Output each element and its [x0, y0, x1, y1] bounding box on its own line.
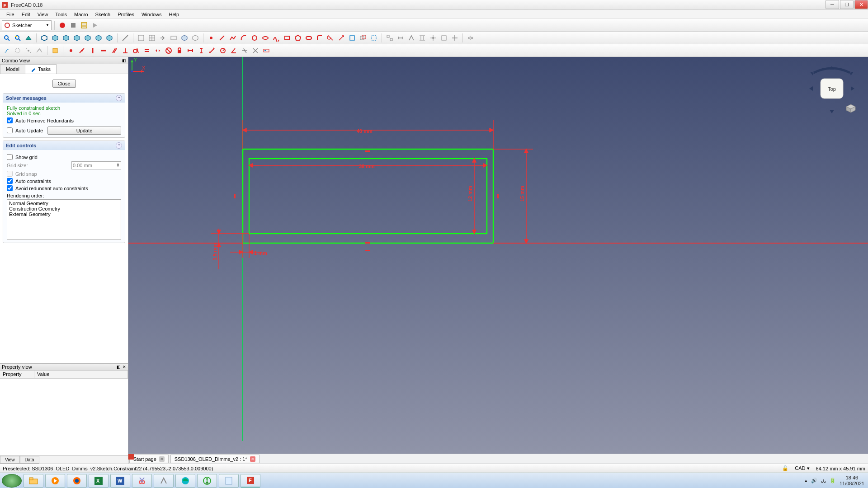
undock-icon[interactable]: ◧: [117, 365, 121, 369]
select-vert-axis-icon[interactable]: [439, 33, 449, 43]
prop-tab-view[interactable]: View: [0, 456, 20, 464]
list-item[interactable]: Normal Geometry: [9, 201, 119, 206]
constrain-hdist-icon[interactable]: [185, 46, 195, 56]
auto-update-checkbox[interactable]: [7, 127, 13, 133]
macro-record-icon[interactable]: [57, 20, 67, 30]
view-top-icon[interactable]: [61, 33, 71, 43]
constrain-horizontal-icon[interactable]: [99, 46, 108, 56]
dim-offset-h[interactable]: 1.5 mm: [212, 243, 217, 260]
fit-all-icon[interactable]: [2, 33, 12, 43]
collapse-icon[interactable]: ⌃: [116, 95, 122, 101]
bspline-comb-icon[interactable]: [34, 46, 44, 56]
constrain-parallel-icon[interactable]: [109, 46, 119, 56]
trim-tool-icon[interactable]: [326, 33, 335, 43]
circle-tool-icon[interactable]: [250, 33, 259, 43]
undock-icon[interactable]: ◧: [122, 58, 126, 63]
point-tool-icon[interactable]: [206, 33, 216, 43]
macro-play-icon[interactable]: [90, 20, 100, 30]
constrain-vdist-icon[interactable]: [196, 46, 206, 56]
polygon-tool-icon[interactable]: [293, 33, 303, 43]
constrain-radius-icon[interactable]: [218, 46, 228, 56]
word-icon[interactable]: W: [110, 474, 130, 488]
constrain-equal-icon[interactable]: [142, 46, 152, 56]
tray-network-icon[interactable]: 🖧: [821, 478, 826, 483]
draw-style-icon[interactable]: [24, 33, 33, 43]
auto-constraints-checkbox[interactable]: [7, 178, 13, 184]
nav-right-icon[interactable]: [851, 86, 854, 91]
menu-file[interactable]: File: [3, 11, 18, 18]
bspline-poles-icon[interactable]: [24, 46, 33, 56]
dim-offset-w[interactable]: 1 mm: [254, 250, 267, 256]
arc-tool-icon[interactable]: [239, 33, 249, 43]
carbon-copy-icon[interactable]: [358, 33, 368, 43]
menu-macro[interactable]: Macro: [71, 11, 92, 18]
update-button[interactable]: Update: [47, 127, 121, 135]
start-button[interactable]: [2, 474, 22, 488]
menu-windows[interactable]: Windows: [138, 11, 165, 18]
close-tab-icon[interactable]: ✕: [250, 456, 255, 462]
bspline-degree-icon[interactable]: [13, 46, 23, 56]
rectangle-tool-icon[interactable]: [282, 33, 292, 43]
select-origin-icon[interactable]: [428, 33, 438, 43]
menu-help[interactable]: Help: [165, 11, 183, 18]
collapse-icon[interactable]: ⌃: [116, 142, 122, 149]
edit-sketch-icon[interactable]: [147, 33, 157, 43]
close-sketch-button[interactable]: Close: [52, 80, 76, 88]
grid-size-input[interactable]: 0.00 mm ▲▼: [71, 161, 121, 169]
fit-selection-icon[interactable]: [13, 33, 23, 43]
sketch-canvas[interactable]: 40 mm 38 mm 15 mm 12 mm: [128, 57, 868, 441]
connect-icon[interactable]: [406, 33, 416, 43]
construction-mode-icon[interactable]: [369, 33, 379, 43]
dim-outer-height[interactable]: 15 mm: [519, 186, 525, 202]
constrain-tangent-icon[interactable]: [131, 46, 141, 56]
virtual-space-icon[interactable]: [50, 46, 60, 56]
system-tray[interactable]: ▴ 🔊 🖧 🔋 18:46 11/08/2021: [805, 475, 868, 486]
property-view-header[interactable]: Property view ◧✕: [0, 363, 128, 371]
edit-controls-header[interactable]: Edit controls ⌃: [3, 141, 125, 150]
nav-left-icon[interactable]: [809, 86, 813, 91]
status-navstyle[interactable]: CAD ▾: [795, 465, 809, 471]
minimize-button[interactable]: ─: [826, 0, 839, 9]
leave-sketch-icon[interactable]: [158, 33, 168, 43]
reorient-sketch-icon[interactable]: [190, 33, 200, 43]
close-icon[interactable]: ✕: [123, 365, 126, 369]
snip-icon[interactable]: [132, 474, 152, 488]
menu-sketch[interactable]: Sketch: [92, 11, 114, 18]
view-left-icon[interactable]: [104, 33, 114, 43]
macro-stop-icon[interactable]: [68, 20, 78, 30]
firefox-icon[interactable]: [67, 474, 87, 488]
avoid-redundant-checkbox[interactable]: [7, 185, 13, 191]
toggle-construction-icon[interactable]: [2, 46, 12, 56]
col-property[interactable]: Property: [0, 371, 34, 378]
external-geom-icon[interactable]: [347, 33, 357, 43]
select-horiz-axis-icon[interactable]: [450, 33, 460, 43]
status-padlock-icon[interactable]: 🔓: [782, 465, 788, 471]
toggle-driving-icon[interactable]: [261, 46, 271, 56]
app-icon[interactable]: [154, 474, 174, 488]
constrain-angle-icon[interactable]: [229, 46, 239, 56]
slot-tool-icon[interactable]: [304, 33, 314, 43]
excel-icon[interactable]: X: [89, 474, 108, 488]
maximize-button[interactable]: ☐: [840, 0, 854, 9]
show-grid-checkbox[interactable]: [7, 154, 13, 160]
map-sketch-icon[interactable]: [179, 33, 189, 43]
nav-cube[interactable]: Top: [805, 61, 859, 116]
navcube-face-label[interactable]: Top: [828, 86, 836, 92]
constrain-vertical-icon[interactable]: [88, 46, 98, 56]
doctab-document[interactable]: SSD1306_OLED_Dimms_v2 : 1* ✕: [170, 455, 259, 463]
prop-tab-data[interactable]: Data: [20, 456, 39, 464]
tab-model[interactable]: Model: [0, 64, 25, 74]
constrain-symmetric-icon[interactable]: [153, 46, 163, 56]
col-value[interactable]: Value: [34, 371, 128, 378]
dim-inner-height[interactable]: 12 mm: [467, 186, 473, 202]
nav-down-icon[interactable]: [830, 110, 834, 113]
app2-icon[interactable]: [197, 474, 217, 488]
constrain-block-icon[interactable]: [164, 46, 174, 56]
dim-inner-width[interactable]: 38 mm: [359, 164, 375, 169]
constrain-internal-icon[interactable]: [250, 46, 260, 56]
freecad-task-icon[interactable]: F: [241, 474, 260, 488]
constrain-point-on-icon[interactable]: [77, 46, 87, 56]
view-bottom-icon[interactable]: [94, 33, 104, 43]
render-order-list[interactable]: Normal Geometry Construction Geometry Ex…: [7, 199, 121, 240]
bspline-tool-icon[interactable]: [271, 33, 281, 43]
